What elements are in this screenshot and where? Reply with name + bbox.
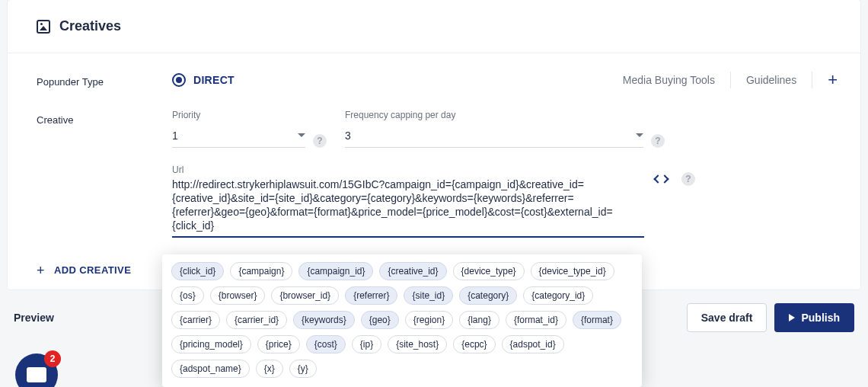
divider bbox=[812, 72, 812, 88]
help-icon[interactable]: ? bbox=[313, 134, 327, 148]
chevron-down-icon bbox=[298, 133, 305, 137]
publish-button[interactable]: Publish bbox=[774, 303, 854, 332]
macro-token[interactable]: {os} bbox=[171, 286, 204, 305]
panel-header: Creatives bbox=[8, 0, 860, 53]
frequency-value: 3 bbox=[345, 130, 351, 142]
help-icon[interactable]: ? bbox=[651, 134, 665, 148]
plus-icon: + bbox=[37, 264, 45, 277]
notification-badge: 2 bbox=[44, 350, 61, 367]
add-creative-button[interactable]: + ADD CREATIVE bbox=[8, 250, 131, 282]
macro-token[interactable]: {x} bbox=[256, 360, 283, 378]
code-icon[interactable] bbox=[655, 176, 668, 182]
creative-row: Creative Priority 1 ? bbox=[37, 110, 838, 241]
media-buying-tools-link[interactable]: Media Buying Tools bbox=[623, 74, 715, 86]
macro-token[interactable]: {site_id} bbox=[404, 286, 453, 305]
popunder-type-value: DIRECT bbox=[193, 74, 235, 86]
macro-token[interactable]: {creative_id} bbox=[379, 262, 446, 280]
save-draft-button[interactable]: Save draft bbox=[687, 303, 767, 332]
priority-select[interactable]: 1 bbox=[172, 123, 305, 148]
guidelines-link[interactable]: Guidelines bbox=[746, 74, 796, 86]
macro-token[interactable]: {click_id} bbox=[171, 262, 224, 280]
section-title: Creatives bbox=[59, 18, 121, 34]
creative-label: Creative bbox=[37, 110, 172, 126]
priority-field: Priority 1 bbox=[172, 110, 305, 148]
macro-token-popover: {click_id}{campaign}{campaign_id}{creati… bbox=[162, 254, 642, 387]
macro-token[interactable]: {campaign_id} bbox=[298, 262, 373, 280]
macro-token[interactable]: {region} bbox=[405, 311, 453, 329]
creatives-panel: Creatives Popunder Type DIRECT Media Buy… bbox=[8, 0, 860, 289]
macro-token[interactable]: {carrier} bbox=[171, 311, 220, 329]
macro-token[interactable]: {format_id} bbox=[506, 311, 566, 329]
popunder-type-row: Popunder Type DIRECT Media Buying Tools … bbox=[37, 72, 838, 88]
preview-label: Preview bbox=[14, 312, 54, 324]
macro-token[interactable]: {site_host} bbox=[388, 335, 447, 353]
help-icon[interactable]: ? bbox=[681, 172, 695, 186]
macro-token[interactable]: {y} bbox=[289, 360, 317, 378]
macro-token[interactable]: {carrier_id} bbox=[226, 311, 287, 329]
add-icon[interactable]: + bbox=[828, 72, 838, 88]
chevron-down-icon bbox=[636, 133, 643, 137]
macro-token[interactable]: {referrer} bbox=[345, 286, 397, 305]
macro-token[interactable]: {lang} bbox=[459, 311, 499, 329]
chat-icon bbox=[27, 367, 46, 382]
chat-widget[interactable]: 2 bbox=[15, 353, 58, 387]
frequency-label: Frequency capping per day bbox=[345, 110, 643, 120]
priority-label: Priority bbox=[172, 110, 305, 120]
publish-label: Publish bbox=[801, 312, 840, 324]
popunder-type-radio[interactable] bbox=[172, 73, 186, 87]
play-icon bbox=[789, 314, 795, 321]
macro-token[interactable]: {price} bbox=[257, 335, 300, 353]
macro-token[interactable]: {adspot_name} bbox=[171, 360, 250, 378]
macro-token[interactable]: {keywords} bbox=[293, 311, 355, 329]
macro-token[interactable]: {ecpc} bbox=[453, 335, 495, 353]
frequency-capping-field: Frequency capping per day 3 bbox=[345, 110, 643, 148]
macro-token[interactable]: {category} bbox=[459, 286, 517, 305]
macro-token[interactable]: {category_id} bbox=[523, 286, 593, 305]
frequency-select[interactable]: 3 bbox=[345, 123, 643, 148]
macro-token[interactable]: {geo} bbox=[361, 311, 399, 329]
url-field: Url bbox=[172, 165, 644, 241]
macro-token[interactable]: {ip} bbox=[352, 335, 381, 353]
macro-token[interactable]: {pricing_model} bbox=[171, 335, 251, 353]
macro-token[interactable]: {campaign} bbox=[230, 262, 292, 280]
macro-token[interactable]: {adspot_id} bbox=[502, 335, 564, 353]
creatives-icon bbox=[37, 20, 50, 34]
macro-token[interactable]: {browser} bbox=[210, 286, 266, 305]
macro-token[interactable]: {cost} bbox=[306, 335, 346, 353]
save-draft-label: Save draft bbox=[701, 312, 753, 324]
divider bbox=[730, 72, 731, 88]
popunder-type-label: Popunder Type bbox=[37, 72, 172, 88]
url-label: Url bbox=[172, 165, 644, 175]
priority-value: 1 bbox=[172, 130, 178, 142]
macro-token[interactable]: {format} bbox=[573, 311, 621, 329]
macro-token[interactable]: {device_type} bbox=[453, 262, 525, 280]
url-input[interactable] bbox=[172, 178, 644, 238]
macro-token[interactable]: {browser_id} bbox=[271, 286, 339, 305]
add-creative-label: ADD CREATIVE bbox=[54, 264, 131, 276]
macro-token[interactable]: {device_type_id} bbox=[531, 262, 614, 280]
